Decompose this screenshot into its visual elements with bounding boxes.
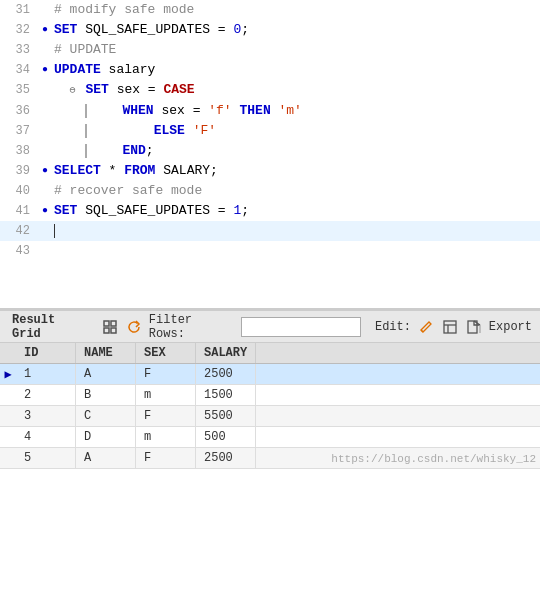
svg-rect-1	[111, 321, 116, 326]
code-line: 38 END;	[0, 141, 540, 161]
svg-rect-2	[104, 328, 109, 333]
code-line: 40# recover safe mode	[0, 181, 540, 201]
line-content: # recover safe mode	[52, 181, 540, 201]
line-content: WHEN sex = 'f' THEN 'm'	[52, 101, 540, 121]
filter-rows-input[interactable]	[241, 317, 361, 337]
cell-sex: F	[136, 364, 196, 384]
cell-id: 2	[16, 385, 76, 405]
col-header-salary: SALARY	[196, 343, 256, 363]
bottom-panel: Result Grid Filter Rows: Edit:	[0, 310, 540, 469]
edit-pencil-icon[interactable]	[417, 319, 435, 335]
line-number: 43	[0, 241, 38, 261]
line-content: SET SQL_SAFE_UPDATES = 1;	[52, 201, 540, 221]
line-content: ⊖ SET sex = CASE	[52, 80, 540, 101]
col-header-name: NAME	[76, 343, 136, 363]
breakpoint-bullet[interactable]: ●	[38, 161, 52, 181]
code-line: 36 WHEN sex = 'f' THEN 'm'	[0, 101, 540, 121]
collapse-icon[interactable]: ⊖	[70, 85, 76, 96]
table-row[interactable]: ▶ 1 A F 2500	[0, 364, 540, 385]
export-button[interactable]: Export	[489, 320, 532, 334]
svg-line-4	[421, 330, 423, 332]
col-header-sex: SEX	[136, 343, 196, 363]
line-number: 42	[0, 221, 38, 241]
line-content: # modify safe mode	[52, 0, 540, 20]
edit-label: Edit:	[375, 320, 411, 334]
result-grid: ID NAME SEX SALARY ▶ 1 A F 2500 2 B m 15…	[0, 343, 540, 469]
cell-salary: 2500	[196, 364, 256, 384]
code-line: 33# UPDATE	[0, 40, 540, 60]
code-line: 39●SELECT * FROM SALARY;	[0, 161, 540, 181]
svg-rect-3	[111, 328, 116, 333]
cell-name: B	[76, 385, 136, 405]
export-csv-icon[interactable]	[465, 319, 483, 335]
panel-toolbar: Result Grid Filter Rows: Edit:	[0, 311, 540, 343]
line-content: ELSE 'F'	[52, 121, 540, 141]
table-row[interactable]: 3 C F 5500	[0, 406, 540, 427]
cell-id: 1	[16, 364, 76, 384]
cell-salary: 500	[196, 427, 256, 447]
line-number: 36	[0, 101, 38, 121]
line-content: SELECT * FROM SALARY;	[52, 161, 540, 181]
code-line: 34●UPDATE salary	[0, 60, 540, 80]
cell-name: A	[76, 364, 136, 384]
line-content: # UPDATE	[52, 40, 540, 60]
row-indicator	[0, 406, 16, 426]
cell-name: C	[76, 406, 136, 426]
line-content: END;	[52, 141, 540, 161]
cell-salary: 5500	[196, 406, 256, 426]
line-number: 38	[0, 141, 38, 161]
svg-rect-5	[444, 321, 456, 333]
svg-rect-0	[104, 321, 109, 326]
table-row[interactable]: 4 D m 500	[0, 427, 540, 448]
breakpoint-bullet[interactable]: ●	[38, 60, 52, 80]
table-row[interactable]: 2 B m 1500	[0, 385, 540, 406]
line-content	[52, 221, 540, 241]
export-table-icon[interactable]	[441, 319, 459, 335]
line-content: SET SQL_SAFE_UPDATES = 0;	[52, 20, 540, 40]
filter-rows-label: Filter Rows:	[149, 313, 235, 341]
line-content: UPDATE salary	[52, 60, 540, 80]
refresh-icon[interactable]	[125, 319, 143, 335]
grid-header: ID NAME SEX SALARY	[0, 343, 540, 364]
cell-id: 4	[16, 427, 76, 447]
cell-id: 5	[16, 448, 76, 468]
cell-salary: 2500	[196, 448, 256, 468]
code-line: 32●SET SQL_SAFE_UPDATES = 0;	[0, 20, 540, 40]
line-number: 41	[0, 201, 38, 221]
breakpoint-bullet[interactable]: ●	[38, 201, 52, 221]
code-line: 31# modify safe mode	[0, 0, 540, 20]
line-number: 31	[0, 0, 38, 20]
line-number: 40	[0, 181, 38, 201]
cell-sex: m	[136, 427, 196, 447]
cell-salary: 1500	[196, 385, 256, 405]
result-grid-tab[interactable]: Result Grid	[8, 311, 95, 343]
line-number: 34	[0, 60, 38, 80]
text-cursor	[54, 224, 55, 238]
grid-icon[interactable]	[101, 319, 119, 335]
code-line: 35 ⊖ SET sex = CASE	[0, 80, 540, 101]
code-line: 41●SET SQL_SAFE_UPDATES = 1;	[0, 201, 540, 221]
editor: 31# modify safe mode32●SET SQL_SAFE_UPDA…	[0, 0, 540, 310]
code-line: 37 ELSE 'F'	[0, 121, 540, 141]
cell-sex: F	[136, 448, 196, 468]
cell-sex: m	[136, 385, 196, 405]
code-line: 43	[0, 241, 540, 261]
row-indicator: ▶	[0, 364, 16, 384]
line-number: 37	[0, 121, 38, 141]
watermark: https://blog.csdn.net/whisky_12	[331, 453, 536, 465]
cell-sex: F	[136, 406, 196, 426]
cell-id: 3	[16, 406, 76, 426]
line-number: 33	[0, 40, 38, 60]
row-indicator	[0, 448, 16, 468]
cell-name: D	[76, 427, 136, 447]
breakpoint-bullet[interactable]: ●	[38, 20, 52, 40]
line-number: 35	[0, 80, 38, 100]
code-line: 42	[0, 221, 540, 241]
col-header-id: ID	[16, 343, 76, 363]
row-indicator	[0, 385, 16, 405]
row-indicator	[0, 427, 16, 447]
line-number: 32	[0, 20, 38, 40]
cell-name: A	[76, 448, 136, 468]
line-number: 39	[0, 161, 38, 181]
